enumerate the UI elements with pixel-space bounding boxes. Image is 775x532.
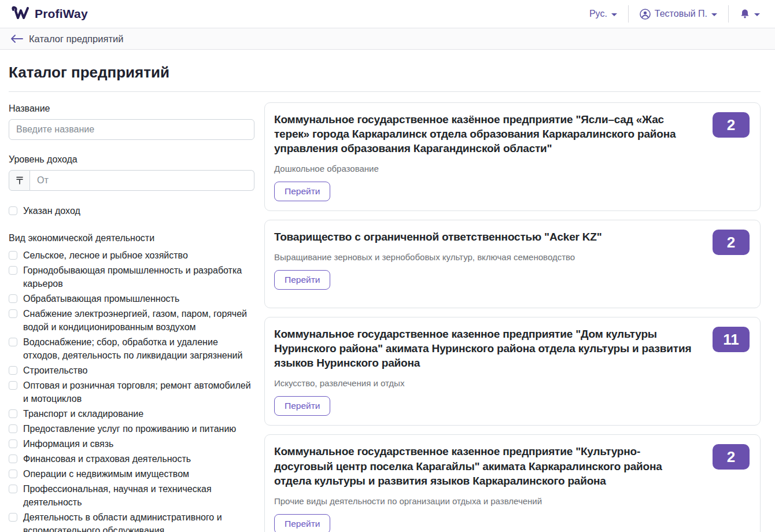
vacancy-count-badge: 2 [713,112,750,138]
activity-option[interactable]: Финансовая и страховая деятельность [9,452,254,466]
checkbox-unchecked-icon[interactable] [9,381,17,390]
notifications-dropdown[interactable] [740,9,760,19]
checkbox-unchecked-icon[interactable] [9,513,17,522]
activity-option[interactable]: Профессиональная, научная и техническая … [9,482,254,509]
activity-option[interactable]: Предоставление услуг по проживанию и пит… [9,422,254,435]
enterprise-category: Дошкольное образование [274,164,751,173]
enterprise-category: Искусство, развлечения и отдых [274,378,751,388]
activity-options: Сельское, лесное и рыбное хозяйствоГорно… [9,249,254,532]
app-header: ProfiWay Рус. Тестовый П. [0,0,775,28]
user-icon [640,9,651,20]
activity-option-label: Горнодобывающая промышленность и разрабо… [23,264,254,290]
activity-option[interactable]: Деятельность в области административного… [9,511,254,532]
chevron-down-icon [711,13,717,16]
vacancy-count-badge: 2 [713,444,750,470]
enterprise-title: Коммунальное государственное казённое пр… [274,112,751,156]
back-arrow-icon [10,35,23,43]
profiway-logo-icon [10,6,30,22]
header-divider [728,5,729,23]
enterprise-category: Прочие виды деятельности по организации … [274,496,751,506]
header-divider [628,5,629,23]
activity-option[interactable]: Горнодобывающая промышленность и разрабо… [9,264,254,290]
activity-option-label: Предоставление услуг по проживанию и пит… [23,422,236,435]
activity-option[interactable]: Водоснабжение; сбор, обработка и удалени… [9,335,254,362]
activity-filter-label: Вид экономической деятельности [9,233,254,243]
chevron-down-icon [611,13,617,16]
name-filter-input[interactable] [9,119,254,140]
enterprise-card: Товарищество с ограниченной ответственно… [264,220,761,308]
checkbox-unchecked-icon[interactable] [9,485,17,493]
enterprise-title: Коммунальное государственное казенное пр… [274,327,751,370]
user-name-label: Тестовый П. [655,9,707,19]
income-input-group [9,170,254,191]
page-title: Каталог предприятий [9,64,761,82]
activity-option-label: Финансовая и страховая деятельность [23,452,191,466]
activity-option[interactable]: Строительство [9,364,254,377]
chevron-down-icon [754,13,760,16]
activity-option-label: Водоснабжение; сбор, обработка и удалени… [23,335,254,362]
income-specified-label: Указан доход [23,204,80,217]
income-specified-checkbox[interactable]: Указан доход [9,204,254,217]
enterprise-card: Коммунальное государственное казенное пр… [264,317,761,426]
activity-option[interactable]: Сельское, лесное и рыбное хозяйство [9,249,254,262]
activity-option[interactable]: Снабжение электроэнергией, газом, паром,… [9,307,254,334]
checkbox-unchecked-icon[interactable] [9,424,17,433]
header-actions: Рус. Тестовый П. [589,5,760,23]
activity-option[interactable]: Обрабатывающая промышленность [9,292,254,305]
go-button[interactable]: Перейти [274,514,330,532]
activity-option-label: Строительство [23,364,87,377]
main-content: Каталог предприятий Название Уровень дох… [0,50,775,532]
activity-option-label: Информация и связь [23,437,113,450]
name-filter-label: Название [9,104,254,114]
checkbox-unchecked-icon[interactable] [9,439,17,448]
language-dropdown[interactable]: Рус. [589,9,617,19]
activity-option-label: Профессиональная, научная и техническая … [23,482,254,509]
tenge-icon [9,170,30,191]
checkbox-unchecked-icon[interactable] [9,455,17,463]
checkbox-unchecked-icon[interactable] [9,366,17,375]
activity-option-label: Деятельность в области административного… [23,511,254,532]
checkbox-unchecked-icon[interactable] [9,266,17,275]
activity-option-label: Операции с недвижимым имуществом [23,467,189,481]
breadcrumb: Каталог предприятий [0,28,775,50]
activity-option-label: Сельское, лесное и рыбное хозяйство [23,249,188,262]
activity-option[interactable]: Информация и связь [9,437,254,450]
activity-option[interactable]: Операции с недвижимым имуществом [9,467,254,481]
bell-icon [740,9,750,19]
vacancy-count-badge: 2 [713,230,750,255]
activity-option-label: Снабжение электроэнергией, газом, паром,… [23,307,254,334]
user-dropdown[interactable]: Тестовый П. [640,9,717,20]
activity-option-label: Оптовая и розничная торговля; ремонт авт… [23,379,254,405]
back-link[interactable]: Каталог предприятий [10,34,123,45]
checkbox-unchecked-icon[interactable] [9,338,17,346]
brand-name: ProfiWay [35,7,88,21]
checkbox-unchecked-icon[interactable] [9,206,17,215]
brand-logo[interactable]: ProfiWay [10,6,88,22]
go-button[interactable]: Перейти [274,396,330,416]
filters-panel: Название Уровень дохода Указан доход Вид… [9,92,254,532]
checkbox-unchecked-icon[interactable] [9,294,17,303]
go-button[interactable]: Перейти [274,270,330,290]
vacancy-count-badge: 11 [713,327,750,352]
activity-option-label: Транспорт и складирование [23,407,143,420]
activity-option[interactable]: Транспорт и складирование [9,407,254,420]
checkbox-unchecked-icon[interactable] [9,470,17,478]
activity-option-label: Обрабатывающая промышленность [23,292,179,305]
enterprise-title: Товарищество с ограниченной ответственно… [274,230,751,244]
enterprise-list: Коммунальное государственное казённое пр… [264,92,761,532]
checkbox-unchecked-icon[interactable] [9,309,17,318]
language-label: Рус. [589,9,607,19]
breadcrumb-label: Каталог предприятий [29,34,123,45]
enterprise-title: Коммунальное государственное казенное пр… [274,444,751,487]
income-filter-label: Уровень дохода [9,154,254,165]
go-button[interactable]: Перейти [274,182,330,201]
checkbox-unchecked-icon[interactable] [9,409,17,418]
income-from-input[interactable] [30,170,254,191]
activity-option[interactable]: Оптовая и розничная торговля; ремонт авт… [9,379,254,405]
enterprise-category: Выращивание зерновых и зернобобовых куль… [274,252,751,262]
enterprise-card: Коммунальное государственное казённое пр… [264,102,761,211]
checkbox-unchecked-icon[interactable] [9,251,17,260]
enterprise-card: Коммунальное государственное казенное пр… [264,434,761,532]
